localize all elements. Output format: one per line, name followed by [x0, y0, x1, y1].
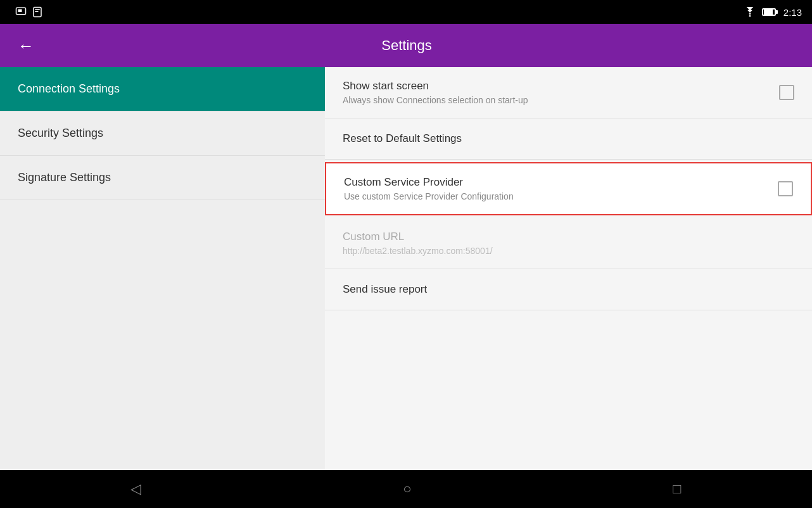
status-left-icons	[10, 6, 743, 18]
show-start-screen-title: Show start screen	[343, 80, 779, 92]
custom-service-provider-checkbox[interactable]	[778, 181, 793, 196]
status-time: 2:13	[783, 7, 802, 18]
custom-service-provider-subtitle: Use custom Service Provider Configuratio…	[344, 191, 778, 201]
sidebar: Connection Settings Security Settings Si…	[0, 67, 325, 470]
custom-service-provider-highlighted: Custom Service Provider Use custom Servi…	[325, 162, 812, 215]
custom-service-provider-title: Custom Service Provider	[344, 176, 778, 189]
nav-bar: ◁ ○ □	[0, 470, 812, 508]
custom-service-provider-row[interactable]: Custom Service Provider Use custom Servi…	[326, 163, 811, 214]
reset-default-row[interactable]: Reset to Default Settings	[325, 118, 812, 160]
nav-recent-button[interactable]: □	[647, 474, 706, 504]
wifi-icon	[743, 7, 757, 17]
custom-url-subtitle: http://beta2.testlab.xyzmo.com:58001/	[343, 246, 794, 256]
app-bar-title: Settings	[52, 37, 761, 54]
nav-home-button[interactable]: ○	[377, 474, 436, 504]
show-start-screen-content: Show start screen Always show Connection…	[343, 80, 779, 105]
show-start-screen-checkbox[interactable]	[779, 85, 794, 100]
custom-service-provider-content: Custom Service Provider Use custom Servi…	[344, 176, 778, 201]
reset-default-title: Reset to Default Settings	[343, 132, 794, 145]
right-panel: Show start screen Always show Connection…	[325, 67, 812, 470]
app-bar: ← Settings	[0, 24, 812, 67]
sidebar-item-signature-label: Signature Settings	[18, 171, 111, 184]
svg-rect-1	[18, 10, 22, 13]
status-bar: 2:13	[0, 0, 812, 24]
notification-icon-2	[32, 6, 43, 18]
notification-icon-1	[15, 6, 27, 18]
svg-rect-4	[35, 11, 38, 13]
svg-rect-3	[35, 10, 40, 11]
sidebar-item-signature[interactable]: Signature Settings	[0, 156, 325, 200]
back-button[interactable]: ←	[13, 32, 39, 59]
show-start-screen-subtitle: Always show Connections selection on sta…	[343, 95, 779, 105]
show-start-screen-row[interactable]: Show start screen Always show Connection…	[325, 67, 812, 118]
sidebar-item-connection[interactable]: Connection Settings	[0, 67, 325, 111]
svg-point-5	[749, 15, 751, 17]
custom-url-title: Custom URL	[343, 231, 794, 243]
battery-icon	[762, 8, 776, 16]
battery-fill	[764, 10, 773, 15]
custom-url-content: Custom URL http://beta2.testlab.xyzmo.co…	[343, 231, 794, 256]
send-issue-report-row[interactable]: Send issue report	[325, 269, 812, 310]
nav-back-button[interactable]: ◁	[105, 474, 167, 504]
main-content: Connection Settings Security Settings Si…	[0, 67, 812, 470]
sidebar-item-security-label: Security Settings	[18, 127, 103, 139]
sidebar-item-connection-label: Connection Settings	[18, 82, 120, 95]
status-right-icons: 2:13	[743, 7, 802, 18]
custom-url-row: Custom URL http://beta2.testlab.xyzmo.co…	[325, 218, 812, 269]
sidebar-item-security[interactable]: Security Settings	[0, 111, 325, 156]
send-issue-report-title: Send issue report	[343, 283, 794, 296]
